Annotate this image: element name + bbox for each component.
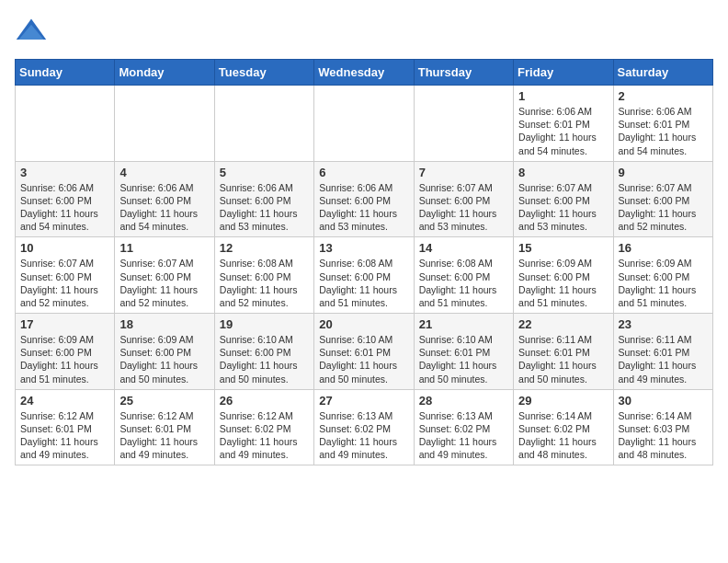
day-number: 29 bbox=[518, 394, 608, 408]
day-number: 3 bbox=[20, 166, 109, 179]
day-number: 30 bbox=[619, 394, 708, 408]
day-cell: 25 Sunrise: 6:12 AMSunset: 6:01 PMDaylig… bbox=[115, 389, 214, 465]
day-info: Sunrise: 6:10 AMSunset: 6:01 PMDaylight:… bbox=[319, 333, 408, 385]
day-cell: 9 Sunrise: 6:07 AMSunset: 6:00 PMDayligh… bbox=[613, 161, 712, 237]
day-cell bbox=[16, 86, 115, 162]
day-info: Sunrise: 6:06 AMSunset: 6:00 PMDaylight:… bbox=[319, 181, 408, 234]
day-cell: 5 Sunrise: 6:06 AMSunset: 6:00 PMDayligh… bbox=[214, 161, 313, 237]
day-cell: 22 Sunrise: 6:11 AMSunset: 6:01 PMDaylig… bbox=[514, 314, 613, 390]
day-number: 23 bbox=[619, 317, 708, 331]
day-cell bbox=[314, 86, 414, 162]
day-info: Sunrise: 6:08 AMSunset: 6:00 PMDaylight:… bbox=[220, 257, 309, 309]
day-cell: 4 Sunrise: 6:06 AMSunset: 6:00 PMDayligh… bbox=[115, 161, 214, 237]
day-info: Sunrise: 6:10 AMSunset: 6:01 PMDaylight:… bbox=[419, 333, 508, 385]
day-cell: 21 Sunrise: 6:10 AMSunset: 6:01 PMDaylig… bbox=[414, 314, 513, 390]
day-cell: 14 Sunrise: 6:08 AMSunset: 6:00 PMDaylig… bbox=[414, 237, 513, 314]
day-info: Sunrise: 6:06 AMSunset: 6:00 PMDaylight:… bbox=[119, 181, 209, 234]
day-info: Sunrise: 6:13 AMSunset: 6:02 PMDaylight:… bbox=[419, 409, 508, 462]
calendar-header-row: SundayMondayTuesdayWednesdayThursdayFrid… bbox=[16, 60, 713, 86]
day-number: 5 bbox=[220, 166, 309, 179]
day-number: 25 bbox=[119, 394, 209, 408]
day-info: Sunrise: 6:06 AMSunset: 6:00 PMDaylight:… bbox=[20, 181, 109, 234]
day-number: 4 bbox=[119, 166, 209, 179]
week-row-2: 3 Sunrise: 6:06 AMSunset: 6:00 PMDayligh… bbox=[16, 161, 713, 237]
day-info: Sunrise: 6:07 AMSunset: 6:00 PMDaylight:… bbox=[518, 181, 608, 234]
day-info: Sunrise: 6:13 AMSunset: 6:02 PMDaylight:… bbox=[319, 409, 408, 462]
day-header-thursday: Thursday bbox=[414, 60, 513, 86]
day-info: Sunrise: 6:08 AMSunset: 6:00 PMDaylight:… bbox=[419, 257, 508, 309]
day-number: 17 bbox=[20, 317, 109, 331]
day-number: 1 bbox=[518, 89, 608, 103]
day-info: Sunrise: 6:12 AMSunset: 6:02 PMDaylight:… bbox=[220, 409, 309, 462]
day-info: Sunrise: 6:08 AMSunset: 6:00 PMDaylight:… bbox=[319, 257, 408, 309]
day-cell: 23 Sunrise: 6:11 AMSunset: 6:01 PMDaylig… bbox=[613, 314, 712, 390]
day-info: Sunrise: 6:10 AMSunset: 6:00 PMDaylight:… bbox=[220, 333, 309, 385]
day-cell: 11 Sunrise: 6:07 AMSunset: 6:00 PMDaylig… bbox=[115, 237, 214, 314]
day-info: Sunrise: 6:12 AMSunset: 6:01 PMDaylight:… bbox=[20, 409, 109, 462]
day-number: 9 bbox=[619, 166, 708, 179]
day-info: Sunrise: 6:06 AMSunset: 6:01 PMDaylight:… bbox=[619, 105, 708, 157]
day-info: Sunrise: 6:12 AMSunset: 6:01 PMDaylight:… bbox=[119, 409, 209, 462]
day-info: Sunrise: 6:06 AMSunset: 6:01 PMDaylight:… bbox=[518, 105, 608, 157]
logo bbox=[15, 15, 53, 48]
day-info: Sunrise: 6:06 AMSunset: 6:00 PMDaylight:… bbox=[220, 181, 309, 234]
day-number: 11 bbox=[119, 241, 209, 255]
day-info: Sunrise: 6:07 AMSunset: 6:00 PMDaylight:… bbox=[419, 181, 508, 234]
day-info: Sunrise: 6:11 AMSunset: 6:01 PMDaylight:… bbox=[619, 333, 708, 385]
day-cell: 6 Sunrise: 6:06 AMSunset: 6:00 PMDayligh… bbox=[314, 161, 414, 237]
day-number: 19 bbox=[220, 317, 309, 331]
day-cell: 29 Sunrise: 6:14 AMSunset: 6:02 PMDaylig… bbox=[514, 389, 613, 465]
day-number: 6 bbox=[319, 166, 408, 179]
day-cell: 26 Sunrise: 6:12 AMSunset: 6:02 PMDaylig… bbox=[214, 389, 313, 465]
day-cell: 3 Sunrise: 6:06 AMSunset: 6:00 PMDayligh… bbox=[16, 161, 115, 237]
day-number: 21 bbox=[419, 317, 508, 331]
day-cell: 8 Sunrise: 6:07 AMSunset: 6:00 PMDayligh… bbox=[514, 161, 613, 237]
day-info: Sunrise: 6:09 AMSunset: 6:00 PMDaylight:… bbox=[619, 257, 708, 309]
week-row-4: 17 Sunrise: 6:09 AMSunset: 6:00 PMDaylig… bbox=[16, 314, 713, 390]
day-info: Sunrise: 6:09 AMSunset: 6:00 PMDaylight:… bbox=[518, 257, 608, 309]
day-number: 2 bbox=[619, 89, 708, 103]
page-header bbox=[15, 15, 713, 48]
week-row-3: 10 Sunrise: 6:07 AMSunset: 6:00 PMDaylig… bbox=[16, 237, 713, 314]
day-header-tuesday: Tuesday bbox=[214, 60, 313, 86]
day-header-saturday: Saturday bbox=[613, 60, 712, 86]
day-header-friday: Friday bbox=[514, 60, 613, 86]
day-cell: 17 Sunrise: 6:09 AMSunset: 6:00 PMDaylig… bbox=[16, 314, 115, 390]
week-row-1: 1 Sunrise: 6:06 AMSunset: 6:01 PMDayligh… bbox=[16, 86, 713, 162]
day-cell: 12 Sunrise: 6:08 AMSunset: 6:00 PMDaylig… bbox=[214, 237, 313, 314]
day-cell: 19 Sunrise: 6:10 AMSunset: 6:00 PMDaylig… bbox=[214, 314, 313, 390]
day-cell: 15 Sunrise: 6:09 AMSunset: 6:00 PMDaylig… bbox=[514, 237, 613, 314]
day-cell bbox=[115, 86, 214, 162]
day-cell: 16 Sunrise: 6:09 AMSunset: 6:00 PMDaylig… bbox=[613, 237, 712, 314]
day-number: 20 bbox=[319, 317, 408, 331]
day-info: Sunrise: 6:11 AMSunset: 6:01 PMDaylight:… bbox=[518, 333, 608, 385]
day-cell: 10 Sunrise: 6:07 AMSunset: 6:00 PMDaylig… bbox=[16, 237, 115, 314]
day-cell: 24 Sunrise: 6:12 AMSunset: 6:01 PMDaylig… bbox=[16, 389, 115, 465]
day-cell bbox=[214, 86, 313, 162]
day-number: 28 bbox=[419, 394, 508, 408]
day-cell: 13 Sunrise: 6:08 AMSunset: 6:00 PMDaylig… bbox=[314, 237, 414, 314]
week-row-5: 24 Sunrise: 6:12 AMSunset: 6:01 PMDaylig… bbox=[16, 389, 713, 465]
day-number: 14 bbox=[419, 241, 508, 255]
day-info: Sunrise: 6:14 AMSunset: 6:03 PMDaylight:… bbox=[619, 409, 708, 462]
day-number: 22 bbox=[518, 317, 608, 331]
day-number: 15 bbox=[518, 241, 608, 255]
day-cell: 7 Sunrise: 6:07 AMSunset: 6:00 PMDayligh… bbox=[414, 161, 513, 237]
day-number: 18 bbox=[119, 317, 209, 331]
day-info: Sunrise: 6:07 AMSunset: 6:00 PMDaylight:… bbox=[119, 257, 209, 309]
day-info: Sunrise: 6:09 AMSunset: 6:00 PMDaylight:… bbox=[119, 333, 209, 385]
day-cell: 28 Sunrise: 6:13 AMSunset: 6:02 PMDaylig… bbox=[414, 389, 513, 465]
day-header-wednesday: Wednesday bbox=[314, 60, 414, 86]
day-cell: 30 Sunrise: 6:14 AMSunset: 6:03 PMDaylig… bbox=[613, 389, 712, 465]
day-cell bbox=[414, 86, 513, 162]
calendar: SundayMondayTuesdayWednesdayThursdayFrid… bbox=[15, 59, 713, 465]
day-number: 7 bbox=[419, 166, 508, 179]
day-number: 12 bbox=[220, 241, 309, 255]
day-cell: 18 Sunrise: 6:09 AMSunset: 6:00 PMDaylig… bbox=[115, 314, 214, 390]
day-header-monday: Monday bbox=[115, 60, 214, 86]
day-cell: 1 Sunrise: 6:06 AMSunset: 6:01 PMDayligh… bbox=[514, 86, 613, 162]
logo-icon bbox=[15, 15, 48, 48]
day-info: Sunrise: 6:09 AMSunset: 6:00 PMDaylight:… bbox=[20, 333, 109, 385]
day-number: 24 bbox=[20, 394, 109, 408]
day-number: 10 bbox=[20, 241, 109, 255]
